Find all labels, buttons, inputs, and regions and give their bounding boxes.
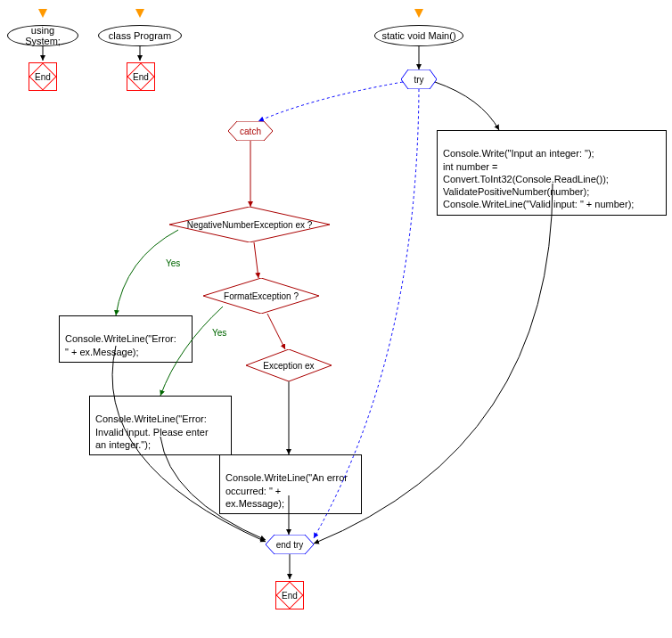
node-neg-body: Console.WriteLine("Error: " + ex.Message…	[59, 315, 193, 363]
label-yes-2: Yes	[212, 328, 226, 338]
text-format-body: Console.WriteLine("Error: Invalid input.…	[95, 413, 209, 450]
node-try: try	[401, 70, 437, 89]
svg-line-11	[267, 314, 285, 349]
node-neg-ex: NegativeNumberException ex ?	[169, 207, 330, 242]
end-label: End	[133, 72, 149, 82]
node-ex-body: Console.WriteLine("An error occurred: " …	[219, 454, 362, 514]
text-neg-body: Console.WriteLine("Error: " + ex.Message…	[65, 333, 176, 356]
end-using-system: End	[27, 61, 59, 93]
text-exception-ex: Exception ex	[261, 359, 316, 372]
text-class-program: class Program	[109, 30, 171, 41]
text-format-ex: FormatException ?	[222, 290, 300, 303]
entry-arrow-3	[414, 9, 423, 18]
text-neg-ex: NegativeNumberException ex ?	[185, 218, 315, 232]
end-label: End	[282, 591, 298, 601]
entry-arrow-1	[38, 9, 47, 18]
entry-arrow-2	[135, 9, 144, 18]
end-label: End	[35, 72, 51, 82]
text-ex-body: Console.WriteLine("An error occurred: " …	[225, 472, 348, 509]
node-using-system: using System;	[7, 25, 78, 46]
text-end-try: end try	[276, 540, 304, 550]
node-format-body: Console.WriteLine("Error: Invalid input.…	[89, 396, 232, 455]
node-format-ex: FormatException ?	[203, 278, 319, 314]
text-using-system: using System;	[13, 25, 72, 46]
text-try: try	[414, 75, 423, 85]
svg-line-10	[254, 242, 258, 278]
node-class-program: class Program	[98, 25, 182, 46]
label-yes-1: Yes	[166, 258, 180, 268]
node-exception-ex: Exception ex	[246, 349, 332, 381]
text-static-main: static void Main()	[381, 30, 455, 41]
node-catch: catch	[228, 121, 273, 141]
node-try-body: Console.Write("Input an integer: "); int…	[437, 130, 667, 216]
node-static-main: static void Main()	[374, 25, 463, 46]
node-end-try: end try	[266, 535, 314, 554]
end-final: End	[274, 579, 306, 611]
end-class-program: End	[125, 61, 157, 93]
text-catch: catch	[240, 127, 261, 136]
text-try-body: Console.Write("Input an integer: "); int…	[443, 148, 634, 209]
